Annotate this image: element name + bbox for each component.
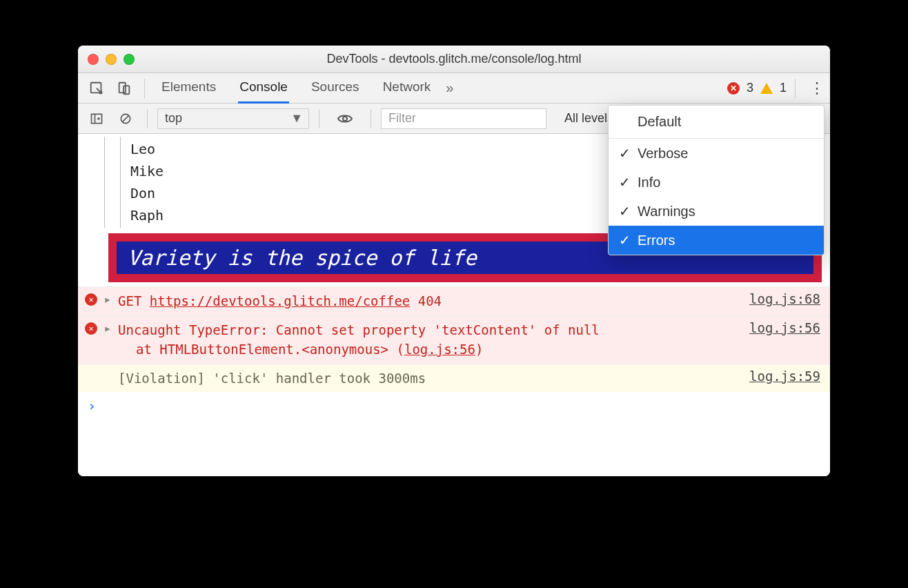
log-row-error-typeerror[interactable]: ✕ ▸ Uncaught TypeError: Cannot set prope…: [78, 315, 830, 364]
log-row-error-404[interactable]: ✕ ▸ GET https://devtools.glitch.me/coffe…: [78, 286, 830, 315]
check-icon: ✓: [618, 145, 631, 161]
console-prompt[interactable]: ›: [78, 392, 830, 420]
error-badge-icon: ✕: [727, 82, 740, 95]
stack-suffix: ): [475, 342, 483, 357]
stack-prefix: at HTMLButtonElement.<anonymous> (: [136, 342, 404, 357]
levels-label: All levels: [564, 111, 613, 126]
clear-console-icon[interactable]: [114, 108, 137, 129]
error-icon: ✕: [85, 293, 97, 306]
divider: [371, 109, 371, 128]
check-icon: ✓: [618, 174, 631, 190]
error-icon: ✕: [85, 322, 97, 335]
http-status: 404: [418, 293, 442, 308]
devtools-window: DevTools - devtools.glitch.me/console/lo…: [78, 46, 830, 476]
svg-rect-1: [119, 82, 126, 92]
source-link[interactable]: log.js:59: [749, 369, 820, 384]
disclosure-icon[interactable]: ▸: [103, 320, 112, 335]
tab-network[interactable]: Network: [382, 74, 433, 102]
device-toggle-icon[interactable]: [112, 78, 136, 99]
inspect-icon[interactable]: [85, 78, 108, 99]
filter-input[interactable]: [381, 108, 546, 129]
chevron-down-icon: ▼: [290, 111, 303, 126]
level-option-warnings[interactable]: ✓ Warnings: [609, 197, 824, 226]
warning-count: 1: [780, 81, 787, 95]
source-link[interactable]: log.js:68: [749, 291, 820, 306]
option-label: Warnings: [638, 204, 695, 219]
svg-point-5: [343, 117, 347, 121]
live-expression-icon[interactable]: [333, 108, 357, 129]
level-option-errors[interactable]: ✓ Errors: [609, 226, 824, 255]
option-label: Errors: [638, 233, 675, 248]
titlebar: DevTools - devtools.glitch.me/console/lo…: [78, 46, 830, 73]
request-url[interactable]: https://devtools.glitch.me/coffee: [150, 293, 411, 308]
error-line1: Uncaught TypeError: Cannot set property …: [118, 322, 600, 337]
warning-badge-icon: [760, 83, 773, 94]
disclosure-icon[interactable]: ▸: [103, 291, 112, 306]
more-tabs-icon[interactable]: »: [446, 80, 453, 96]
log-message: [Violation] 'click' handler took 3000ms: [118, 369, 744, 389]
divider: [319, 109, 319, 128]
levels-dropdown-menu: Default ✓ Verbose ✓ Info ✓ Warnings ✓ Er…: [608, 105, 825, 255]
issue-badges[interactable]: ✕ 3 1: [727, 81, 787, 95]
kebab-menu-icon[interactable]: ⋮: [809, 79, 823, 97]
context-value: top: [165, 111, 182, 126]
divider: [147, 109, 148, 128]
tab-elements[interactable]: Elements: [160, 74, 217, 102]
log-row-violation[interactable]: [Violation] 'click' handler took 3000ms …: [78, 364, 830, 393]
dropdown-header[interactable]: Default: [609, 106, 824, 139]
error-count: 3: [747, 81, 753, 95]
context-selector[interactable]: top ▼: [157, 108, 309, 129]
http-method: GET: [118, 293, 141, 308]
window-title: DevTools - devtools.glitch.me/console/lo…: [78, 52, 830, 66]
source-link[interactable]: log.js:56: [749, 320, 820, 335]
divider: [795, 79, 796, 98]
main-tabs-row: Elements Console Sources Network » ✕ 3 1…: [78, 73, 830, 104]
prompt-glyph: ›: [88, 398, 96, 414]
stack-link[interactable]: log.js:56: [404, 342, 475, 357]
level-option-verbose[interactable]: ✓ Verbose: [609, 139, 824, 168]
sidebar-toggle-icon[interactable]: [85, 108, 108, 129]
tab-console[interactable]: Console: [238, 74, 289, 104]
level-option-info[interactable]: ✓ Info: [609, 168, 824, 197]
check-icon: ✓: [618, 203, 631, 219]
option-label: Verbose: [638, 146, 688, 161]
log-message: GET https://devtools.glitch.me/coffee 40…: [118, 291, 744, 311]
panel-tabs: Elements Console Sources Network: [160, 74, 432, 102]
tab-sources[interactable]: Sources: [310, 74, 361, 102]
svg-rect-3: [92, 114, 102, 123]
divider: [144, 79, 145, 98]
option-label: Info: [638, 175, 660, 190]
violation-text: [Violation] 'click' handler took 3000ms: [118, 371, 426, 386]
log-message: Uncaught TypeError: Cannot set property …: [118, 320, 744, 360]
check-icon: ✓: [618, 232, 631, 248]
